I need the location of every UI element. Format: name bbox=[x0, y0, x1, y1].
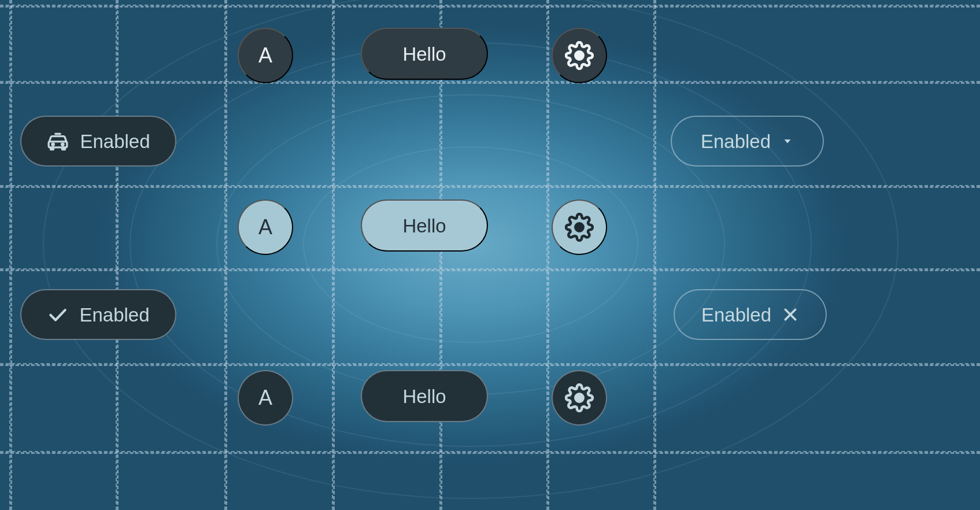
avatar-letter-label: A bbox=[258, 45, 272, 66]
svg-point-8 bbox=[575, 223, 583, 231]
settings-icon-button-outlined[interactable] bbox=[552, 370, 607, 426]
avatar-letter-button-outlined[interactable]: A bbox=[238, 370, 293, 426]
hello-pill-button-selected[interactable]: Hello bbox=[361, 199, 488, 252]
chip-close-enabled-label: Enabled bbox=[701, 305, 771, 324]
hello-pill-label-outlined: Hello bbox=[402, 387, 446, 406]
close-icon bbox=[782, 306, 799, 323]
avatar-letter-button-selected[interactable]: A bbox=[238, 199, 293, 255]
svg-rect-3 bbox=[62, 147, 65, 150]
avatar-letter-button[interactable]: A bbox=[238, 28, 293, 83]
svg-point-9 bbox=[575, 394, 583, 401]
chip-dropdown-enabled[interactable]: Enabled bbox=[671, 116, 824, 167]
avatar-letter-label-outlined: A bbox=[258, 387, 272, 408]
chip-check-enabled-label: Enabled bbox=[79, 305, 149, 324]
chip-car-enabled-label: Enabled bbox=[80, 132, 150, 151]
avatar-letter-label-selected: A bbox=[258, 217, 272, 238]
svg-point-4 bbox=[52, 143, 54, 145]
gear-icon bbox=[565, 213, 594, 242]
car-icon bbox=[46, 130, 69, 153]
component-showcase: A Hello Enabled bbox=[0, 0, 980, 510]
chip-check-enabled[interactable]: Enabled bbox=[20, 289, 176, 340]
caret-down-icon bbox=[781, 135, 794, 147]
settings-icon-button-selected[interactable] bbox=[552, 199, 607, 255]
hello-pill-button[interactable]: Hello bbox=[361, 28, 488, 80]
chip-car-enabled[interactable]: Enabled bbox=[20, 116, 176, 167]
hello-pill-label-selected: Hello bbox=[402, 216, 446, 235]
svg-point-0 bbox=[575, 51, 583, 59]
gear-icon bbox=[565, 41, 594, 70]
svg-rect-2 bbox=[51, 147, 54, 150]
svg-point-5 bbox=[62, 143, 64, 145]
check-icon bbox=[47, 304, 69, 326]
hello-pill-button-outlined[interactable]: Hello bbox=[361, 370, 488, 422]
chip-close-enabled[interactable]: Enabled bbox=[674, 289, 827, 340]
hello-pill-label: Hello bbox=[402, 45, 446, 64]
chip-dropdown-enabled-label: Enabled bbox=[701, 132, 771, 151]
settings-icon-button[interactable] bbox=[552, 28, 607, 83]
gear-icon bbox=[565, 383, 594, 412]
